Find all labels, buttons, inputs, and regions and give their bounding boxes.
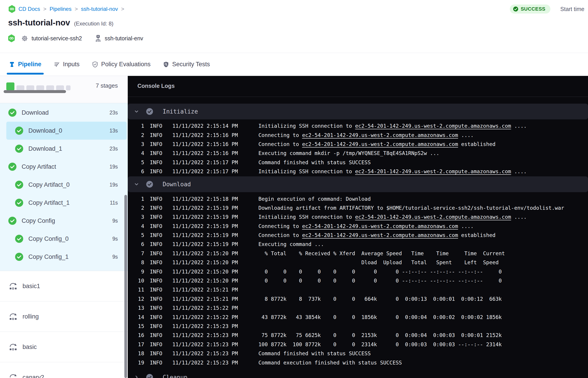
pipeline-row[interactable]: rolling <box>0 301 128 332</box>
log-level: INFO <box>150 360 162 366</box>
log-timestamp: 11/11/2022 2:15:20 PM <box>172 278 238 284</box>
log-message: 43 8772k 43 3854k 0 0 1856k 0 0:00:04 0:… <box>258 314 502 320</box>
stage-row[interactable]: Download_013s <box>6 122 127 140</box>
stage-row[interactable]: Download23s <box>0 104 128 122</box>
log-section: Cleanup <box>128 369 588 378</box>
log-level: INFO <box>150 160 162 165</box>
tab-pipeline[interactable]: Pipeline <box>9 53 41 76</box>
pipeline-row[interactable]: basic1 <box>0 271 128 301</box>
log-line: 17INFO11/11/2022 2:15:23 PM100 8772k 100… <box>128 340 588 349</box>
stage-label: Download <box>22 109 49 116</box>
breadcrumb-separator: > <box>43 6 46 12</box>
log-level: INFO <box>150 278 162 284</box>
log-message: Connecting to ec2-54-201-142-249.us-west… <box>258 223 474 229</box>
host-link[interactable]: ec2-54-201-142-249.us-west-2.compute.ama… <box>302 141 458 147</box>
breadcrumb-link[interactable]: CD Docs <box>18 6 40 12</box>
log-section-header[interactable]: Cleanup <box>128 369 588 378</box>
stage-row[interactable]: Copy Artifact19s <box>0 158 128 176</box>
host-link[interactable]: ec2-54-201-142-249.us-west-2.compute.ama… <box>355 123 511 129</box>
stage-square-pending <box>36 85 44 90</box>
stage-label: Download_0 <box>28 127 62 134</box>
stage-row[interactable]: Copy Config_19s <box>0 248 128 266</box>
stage-duration: 19s <box>109 182 118 188</box>
log-section: Initialize1INFO11/11/2022 2:15:14 PMInit… <box>128 104 588 176</box>
host-link[interactable]: ec2-54-201-142-249.us-west-2.compute.ama… <box>355 168 511 174</box>
log-level: INFO <box>150 168 162 174</box>
breadcrumb-link[interactable]: ssh-tutorial-nov <box>81 6 118 12</box>
stage-square-pending <box>26 85 34 90</box>
log-line-number: 6 <box>128 168 144 174</box>
execution-id: (Execution Id: 8) <box>74 21 114 27</box>
chevron-right-icon[interactable] <box>134 375 139 378</box>
log-level: INFO <box>150 351 162 356</box>
stage-row[interactable]: Copy Config9s <box>0 212 128 230</box>
stage-row[interactable]: Copy Artifact_111s <box>0 194 128 212</box>
host-link[interactable]: ec2-54-201-142-249.us-west-2.compute.ama… <box>302 223 458 229</box>
log-line-number: 12 <box>128 296 144 302</box>
stage-summary: 7 stages <box>0 76 128 103</box>
log-level: INFO <box>150 269 162 275</box>
log-section-header[interactable]: Download <box>128 176 588 192</box>
console-divider <box>128 97 588 97</box>
console-panel: Console Logs Initialize1INFO11/11/2022 2… <box>128 76 588 378</box>
host-link[interactable]: ec2-54-201-142-249.us-west-2.compute.ama… <box>355 214 511 220</box>
log-line: 11INFO11/11/2022 2:15:21 PM <box>128 285 588 294</box>
tab-inputs[interactable]: Inputs <box>54 53 80 76</box>
tab-policy-evaluations[interactable]: Policy Evaluations <box>92 53 150 76</box>
log-line: 4INFO11/11/2022 2:15:16 PMExecuting comm… <box>128 149 588 158</box>
service-name: tutorial-service-ssh2 <box>32 35 82 42</box>
log-timestamp: 11/11/2022 2:15:17 PM <box>172 168 238 174</box>
log-section: Download1INFO11/11/2022 2:15:18 PMBegin … <box>128 176 588 367</box>
log-line-number: 3 <box>128 141 144 147</box>
host-link[interactable]: ec2-54-201-142-249.us-west-2.compute.ama… <box>302 232 458 238</box>
log-message: 75 8772k 75 6625k 0 0 2153k 0 0:00:04 0:… <box>258 332 502 338</box>
stage-label: Copy Artifact_1 <box>28 199 70 206</box>
log-line-number: 13 <box>128 305 144 311</box>
pipeline-row[interactable]: basic <box>0 332 128 362</box>
log-section-header[interactable]: Initialize <box>128 104 588 119</box>
log-level: INFO <box>150 287 162 293</box>
host-link[interactable]: ec2-54-201-142-249.us-west-2.compute.ama… <box>302 132 458 138</box>
chevron-down-icon[interactable] <box>134 109 139 114</box>
rolling-deploy-icon <box>9 282 18 290</box>
log-line-number: 1 <box>128 196 144 202</box>
log-level: INFO <box>150 196 162 202</box>
log-timestamp: 11/11/2022 2:15:23 PM <box>172 341 238 347</box>
log-line-number: 16 <box>128 332 144 338</box>
tab-security-tests[interactable]: Security Tests <box>163 53 210 76</box>
log-line-number: 18 <box>128 351 144 356</box>
chevron-down-icon[interactable] <box>134 182 139 187</box>
step-success-icon <box>146 374 153 378</box>
log-line: 18INFO11/11/2022 2:15:23 PMCommand finis… <box>128 349 588 358</box>
success-check-icon <box>15 253 23 261</box>
stage-row[interactable]: Copy Config_09s <box>0 230 128 248</box>
log-level: INFO <box>150 150 162 156</box>
vertical-scrollbar[interactable] <box>124 195 127 378</box>
log-level: INFO <box>150 314 162 320</box>
log-message: 0 0 0 0 0 0 0 0 --:--:-- --:--:-- --:--:… <box>258 269 502 275</box>
page-title: ssh-tutorial-nov <box>8 18 70 27</box>
stage-row[interactable]: Copy Artifact_019s <box>0 176 128 194</box>
success-check-icon <box>15 199 23 207</box>
log-line-number: 1 <box>128 123 144 129</box>
log-level: INFO <box>150 251 162 256</box>
log-line-number: 3 <box>128 214 144 220</box>
stage-row[interactable]: Download_123s <box>0 140 128 158</box>
log-message: Executing command mkdir -p /tmp/WYQNESE_… <box>258 150 439 156</box>
log-timestamp: 11/11/2022 2:15:14 PM <box>172 123 238 129</box>
log-section-name: Initialize <box>163 108 198 115</box>
log-line: 1INFO11/11/2022 2:15:18 PMBegin executio… <box>128 194 588 203</box>
pipeline-row[interactable]: canary2 <box>0 362 128 378</box>
security-shield-icon <box>163 61 169 68</box>
log-level: INFO <box>150 305 162 311</box>
inputs-icon <box>54 62 60 67</box>
stage-duration: 23s <box>109 110 118 116</box>
breadcrumb-link[interactable]: Pipelines <box>50 6 71 12</box>
pipeline-stage-list: basic1rollingbasiccanary2 <box>0 271 128 378</box>
log-level: INFO <box>150 323 162 329</box>
stage-duration: 23s <box>109 146 118 152</box>
execution-sidebar: 7 stages Download23sDownload_013sDownloa… <box>0 76 128 378</box>
horizontal-scrollbar[interactable] <box>4 90 66 93</box>
log-line: 2INFO11/11/2022 2:15:19 PMDownloading ar… <box>128 203 588 212</box>
log-timestamp: 11/11/2022 2:15:19 PM <box>172 214 238 220</box>
